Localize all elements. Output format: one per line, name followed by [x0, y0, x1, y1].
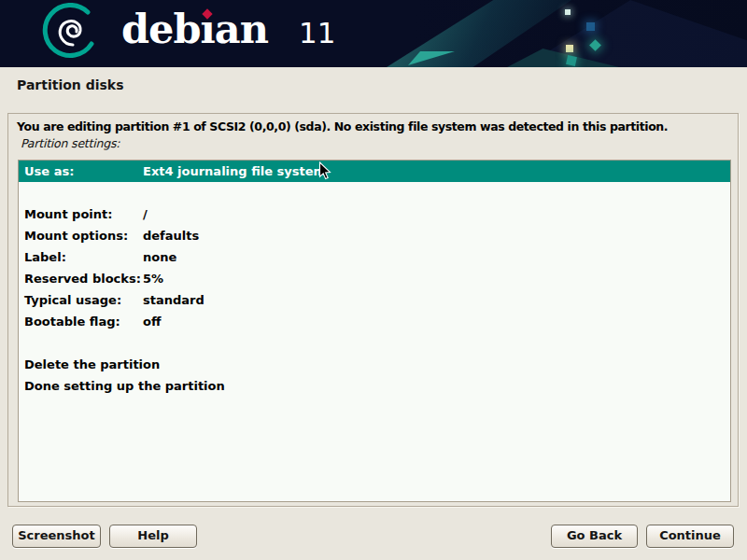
- setting-value: none: [143, 250, 730, 264]
- banner-confetti-square: [565, 9, 571, 15]
- setting-value: defaults: [143, 229, 730, 243]
- question-frame: You are editing partition #1 of SCSI2 (0…: [7, 113, 739, 507]
- debian-logotype: debıan: [121, 0, 268, 58]
- list-item-label[interactable]: Label: none: [19, 246, 730, 268]
- go-back-button[interactable]: Go Back: [551, 525, 638, 548]
- banner-confetti-square: [566, 45, 573, 52]
- setting-value: /: [143, 207, 730, 221]
- list-spacer-row: [19, 332, 730, 354]
- list-item-done-setting-up[interactable]: Done setting up the partition: [19, 375, 730, 397]
- mouse-cursor-icon: [318, 161, 331, 181]
- list-spacer-row: [19, 182, 730, 203]
- question-text: You are editing partition #1 of SCSI2 (0…: [17, 119, 731, 133]
- debian-version: 11: [299, 7, 335, 58]
- setting-value: standard: [143, 293, 730, 307]
- page-title: Partition disks: [17, 77, 123, 92]
- question-subtitle: Partition settings:: [21, 136, 120, 150]
- list-item-delete-partition[interactable]: Delete the partition: [19, 354, 730, 375]
- action-label: Delete the partition: [19, 357, 160, 371]
- setting-label: Bootable flag:: [19, 315, 143, 329]
- setting-value: off: [143, 315, 730, 329]
- setting-label: Use as:: [19, 164, 143, 178]
- setting-label: Reserved blocks:: [19, 272, 143, 286]
- action-label: Done setting up the partition: [19, 379, 225, 393]
- list-item-mount-options[interactable]: Mount options: defaults: [19, 225, 730, 246]
- list-item-mount-point[interactable]: Mount point: /: [19, 203, 730, 225]
- list-item-reserved-blocks[interactable]: Reserved blocks: 5%: [19, 268, 730, 289]
- list-item-bootable-flag[interactable]: Bootable flag: off: [19, 311, 730, 332]
- installer-banner: debıan 11: [0, 0, 747, 67]
- setting-value: 5%: [143, 272, 730, 286]
- setting-label: Mount options:: [19, 229, 143, 243]
- setting-label: Typical usage:: [19, 293, 143, 307]
- setting-label: Label:: [19, 250, 143, 264]
- setting-label: Mount point:: [19, 207, 143, 221]
- continue-button[interactable]: Continue: [646, 525, 734, 548]
- list-item-use-as[interactable]: Use as: Ext4 journaling file system: [19, 161, 730, 182]
- partition-settings-list[interactable]: Use as: Ext4 journaling file system Moun…: [18, 160, 731, 502]
- debian-swirl-logo-icon: [39, 3, 105, 64]
- screenshot-button[interactable]: Screenshot: [12, 525, 101, 548]
- banner-confetti-square: [586, 22, 595, 31]
- help-button[interactable]: Help: [109, 525, 197, 548]
- banner-confetti-square: [566, 55, 577, 66]
- setting-value: Ext4 journaling file system: [143, 164, 730, 178]
- list-item-typical-usage[interactable]: Typical usage: standard: [19, 289, 730, 311]
